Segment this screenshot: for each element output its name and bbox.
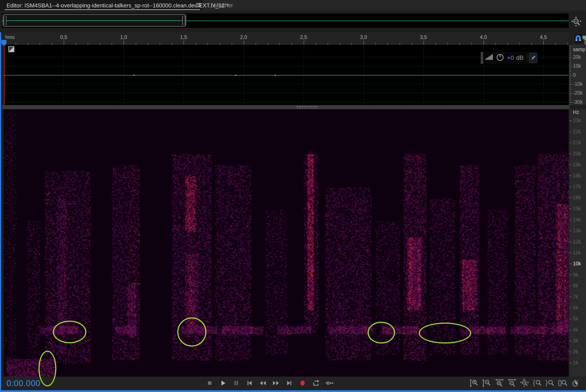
go-to-end-button[interactable] <box>284 378 294 389</box>
ruler-minor-tick <box>172 43 172 44</box>
navigator-right-handle[interactable] <box>182 16 185 25</box>
hud-drag-grip[interactable] <box>481 52 483 64</box>
record-button[interactable] <box>298 378 307 389</box>
amplitude-scale-tick <box>570 91 571 92</box>
ruler-minor-tick <box>471 43 472 44</box>
zoom-in-point-button[interactable]: { <box>532 378 542 389</box>
amplitude-scale[interactable]: samp20k10k0-10k-20k-30k <box>570 45 586 105</box>
elapsed-timer-button[interactable] <box>570 378 580 389</box>
rewind-button[interactable] <box>258 378 268 389</box>
navigator-left-handle[interactable] <box>4 16 6 25</box>
frequency-scale-tick <box>570 352 571 352</box>
panel-menu-icon[interactable] <box>196 3 201 7</box>
zoom-out-point-button[interactable]: } <box>545 378 555 389</box>
frequency-scale-tick <box>570 142 571 143</box>
amplitude-scale-tick <box>570 82 571 83</box>
zoom-reset-button[interactable] <box>520 378 530 389</box>
ruler-minor-tick <box>460 43 460 44</box>
ruler-minor-tick <box>412 43 412 44</box>
loop-playback-button[interactable] <box>311 378 321 389</box>
ruler-minor-tick <box>328 43 328 44</box>
amplitude-scale-tick <box>570 48 571 48</box>
ruler-time-label: 2,5 <box>300 34 307 40</box>
ruler-major-tick <box>424 41 424 44</box>
go-to-start-button[interactable] <box>245 378 254 389</box>
frequency-scale-tick <box>570 176 571 176</box>
zoom-selection-button[interactable]: {} <box>558 378 567 389</box>
frequency-scale[interactable]: Hz23k22k21k20k19k18k17k16k15k14k13k12k11… <box>570 109 586 376</box>
ruler-minor-tick <box>532 43 532 44</box>
panel-tab-bar: Editor: ISM4SBA1--4-overlapping-identica… <box>0 0 586 10</box>
frequency-scale-tick <box>570 220 571 220</box>
ruler-minor-tick <box>28 43 28 44</box>
timeline-ruler[interactable]: hms 0,51,01,52,02,53,03,54,04,5 <box>0 33 568 45</box>
vertical-zoom-in-button[interactable] <box>470 378 479 389</box>
ruler-minor-tick <box>555 43 556 44</box>
pause-button[interactable] <box>232 378 241 389</box>
ruler-minor-tick <box>112 43 112 44</box>
ruler-minor-tick <box>352 43 352 44</box>
amplitude-scale-tick <box>570 57 572 58</box>
ruler-minor-tick <box>220 43 220 44</box>
amplitude-scale-label: 20k <box>573 54 581 60</box>
pin-hud-button[interactable] <box>529 53 537 63</box>
gain-value[interactable]: +0 <box>507 54 514 61</box>
ruler-time-label: 0,5 <box>60 34 67 40</box>
skip-selection-button[interactable] <box>324 378 334 389</box>
tab-editor[interactable]: Editor: ISM4SBA1--4-overlapping-identica… <box>0 0 203 10</box>
view-split-divider[interactable] <box>2 105 570 109</box>
amplitude-scale-tick <box>570 68 571 68</box>
ruler-minor-tick <box>136 43 136 44</box>
navigator-range-selector[interactable] <box>2 14 186 27</box>
frequency-scale-tick <box>570 187 571 187</box>
ruler-minor-tick <box>196 43 196 44</box>
ruler-minor-tick <box>160 43 160 44</box>
zoom-navigator-bar[interactable] <box>2 14 568 28</box>
amplitude-scale-tick <box>570 86 571 86</box>
gain-hud[interactable]: +0 dB <box>481 52 537 64</box>
ruler-minor-tick <box>16 43 16 44</box>
frequency-scale-label: 3k <box>573 338 578 344</box>
annotation-ellipse <box>53 321 86 343</box>
amplitude-scale-tick <box>570 104 571 104</box>
vertical-zoom-out-button[interactable] <box>482 378 492 389</box>
frequency-scale-tick <box>570 252 571 253</box>
annotation-ellipse <box>38 351 56 386</box>
gain-knob-icon[interactable] <box>494 53 505 63</box>
annotation-ellipse <box>368 322 395 344</box>
pan-zoom-icon[interactable] <box>570 16 582 28</box>
amplitude-scale-tick <box>570 46 571 46</box>
ruler-minor-tick <box>256 43 256 44</box>
waveform-gridline-h <box>4 84 568 84</box>
amplitude-scale-tick <box>570 64 571 64</box>
frequency-scale-label: 19k <box>573 162 581 168</box>
time-display[interactable]: 0:00.000 <box>6 379 40 388</box>
ruler-minor-tick <box>508 43 508 44</box>
fast-forward-button[interactable] <box>271 378 281 389</box>
amplitude-unit-label: samp <box>573 46 585 52</box>
level-bars-icon <box>483 54 494 62</box>
ruler-major-tick <box>304 41 304 44</box>
frequency-scale-label: 10k <box>573 261 581 267</box>
zoom-controls: { } {} <box>470 378 580 389</box>
channel-split-icon[interactable] <box>8 46 14 52</box>
frequency-scale-label: 8k <box>573 283 578 289</box>
amplitude-scale-tick <box>570 80 571 81</box>
frequency-scale-label: 13k <box>573 228 581 234</box>
amplitude-scale-label: -30k <box>573 99 583 105</box>
amplitude-scale-label: -20k <box>573 90 583 96</box>
amplitude-scale-tick <box>570 50 571 50</box>
ruler-minor-tick <box>400 43 400 44</box>
frequency-scale-tick <box>570 341 571 341</box>
horizontal-zoom-out-button[interactable] <box>507 378 517 389</box>
play-button[interactable] <box>218 378 228 389</box>
frequency-scale-label: 5k <box>573 316 578 322</box>
tab-mixer[interactable]: Mischer <box>210 0 237 10</box>
amplitude-scale-label: 10k <box>573 63 581 69</box>
ruler-minor-tick <box>100 43 100 44</box>
amplitude-scale-tick <box>570 90 571 90</box>
spectrogram-view[interactable] <box>4 109 568 376</box>
horizontal-zoom-in-button[interactable] <box>495 378 504 389</box>
frequency-scale-label: 6k <box>573 305 578 311</box>
stop-button[interactable] <box>205 378 214 389</box>
